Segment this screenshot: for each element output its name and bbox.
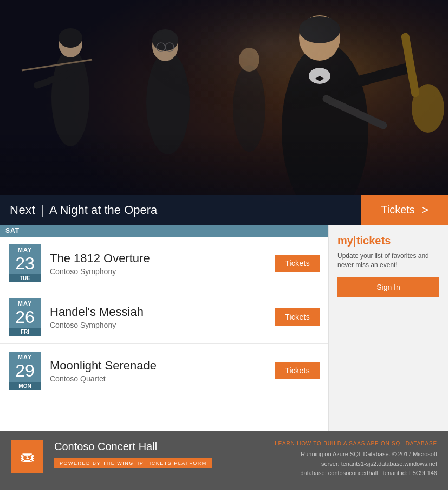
mytickets-description: Update your list of favorites and never … (337, 251, 439, 270)
hero-divider: | (41, 203, 44, 217)
event-month-3: MAY (9, 352, 41, 361)
event-date-box: MAY 29 MON (9, 352, 41, 390)
footer-info-line3a: database: contosoconcerthall (300, 470, 378, 476)
event-venue-2: Contoso Symphony (50, 321, 267, 329)
event-info-3: Moonlight Serenade Contoso Quartet (50, 359, 267, 383)
hero-bottom-bar: Next | A Night at the Opera Tickets > (0, 195, 448, 225)
event-name-1: The 1812 Overture (50, 251, 267, 265)
footer-info-text: Running on Azure SQL Database. © 2017 Mi… (275, 450, 437, 478)
hero-section: Next | A Night at the Opera Tickets > (0, 0, 448, 225)
chevron-right-icon: > (421, 203, 428, 217)
footer-powered-label: POWERED BY THE WINGTIP TICKETS PLATFORM (54, 458, 212, 468)
event-dow-3: MON (9, 382, 41, 390)
tickets-button-2[interactable]: Tickets (275, 308, 320, 326)
main-content: SAT MAY 23 TUE The 1812 Overture Contoso… (0, 225, 448, 431)
events-list: SAT MAY 23 TUE The 1812 Overture Contoso… (0, 225, 329, 431)
event-month-2: MAY (9, 298, 41, 308)
event-item: MAY 29 MON Moonlight Serenade Contoso Qu… (0, 344, 328, 398)
event-dow-1: TUE (9, 274, 41, 282)
mytickets-title: mytickets (337, 235, 439, 247)
sidebar: mytickets Update your list of favorites … (329, 225, 448, 431)
event-day-2: 26 (9, 308, 41, 328)
hero-tickets-label: Tickets (381, 204, 415, 216)
footer-brand: Contoso Concert Hall POWERED BY THE WING… (54, 440, 264, 468)
footer-brand-name: Contoso Concert Hall (54, 440, 264, 453)
signin-button[interactable]: Sign In (337, 277, 439, 297)
hero-event-title: A Night at the Opera (49, 203, 157, 217)
event-item: MAY 23 TUE The 1812 Overture Contoso Sym… (0, 237, 328, 290)
tickets-button-1[interactable]: Tickets (275, 255, 320, 272)
date-header: SAT (0, 225, 328, 237)
event-venue-1: Contoso Symphony (50, 267, 267, 276)
footer-info: LEARN HOW TO BUILD A SAAS APP ON SQL DAT… (275, 440, 437, 478)
event-venue-3: Contoso Quartet (50, 374, 267, 383)
footer-info-line2: server: tenants1-sjs2.database.windows.n… (321, 460, 437, 467)
event-info-2: Handel's Messiah Contoso Symphony (50, 305, 267, 329)
event-info-1: The 1812 Overture Contoso Symphony (50, 251, 267, 276)
footer-info-line3b: tenant id: F5C9F146 (383, 470, 437, 476)
svg-rect-24 (0, 0, 448, 225)
mytickets-header: mytickets Update your list of favorites … (329, 225, 448, 302)
event-name-3: Moonlight Serenade (50, 359, 267, 373)
event-date-box: MAY 23 TUE (9, 244, 41, 282)
footer-saas-link[interactable]: LEARN HOW TO BUILD A SAAS APP ON SQL DAT… (275, 440, 437, 446)
mytickets-suffix: tickets (356, 235, 391, 246)
tickets-button-3[interactable]: Tickets (275, 362, 320, 379)
event-month-1: MAY (9, 244, 41, 254)
mytickets-divider-icon (354, 236, 355, 247)
event-date-box: MAY 26 FRI (9, 298, 41, 336)
footer: 🎟 Contoso Concert Hall POWERED BY THE WI… (0, 431, 448, 490)
event-name-2: Handel's Messiah (50, 305, 267, 319)
event-dow-2: FRI (9, 328, 41, 336)
footer-info-line1: Running on Azure SQL Database. © 2017 Mi… (301, 451, 437, 457)
event-day-3: 29 (9, 361, 41, 381)
hero-next-label: Next (0, 203, 35, 217)
event-day-1: 23 (9, 254, 41, 274)
mytickets-prefix: my (337, 235, 353, 246)
hero-tickets-button[interactable]: Tickets > (361, 195, 448, 225)
event-item: MAY 26 FRI Handel's Messiah Contoso Symp… (0, 290, 328, 344)
footer-logo: 🎟 (11, 440, 43, 473)
ticket-icon: 🎟 (20, 448, 35, 466)
